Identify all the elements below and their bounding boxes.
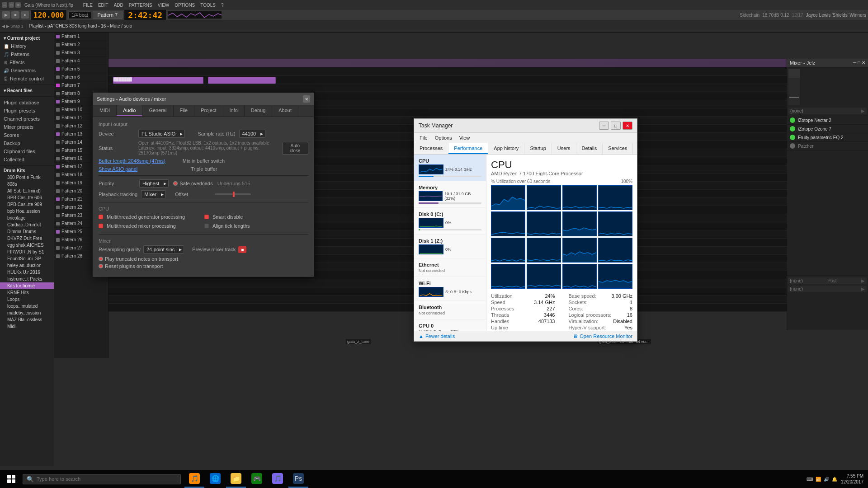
mixer-controls[interactable]: ─ □ ✕ (853, 60, 865, 66)
sample-rate-dropdown[interactable]: 44100 ▶ (239, 130, 266, 138)
drum-kit-madeby[interactable]: madeby..cussion (0, 310, 54, 316)
tm-minimize[interactable]: ─ (599, 122, 609, 130)
settings-close-btn[interactable]: ✕ (303, 95, 310, 103)
minimize-btn[interactable]: ─ (2, 2, 7, 8)
sidebar-scores[interactable]: Scores (0, 131, 54, 139)
tm-maximize[interactable]: □ (611, 122, 621, 130)
open-monitor-btn[interactable]: 🖥 Open Resource Monitor (573, 333, 632, 339)
pattern-item-6[interactable]: Pattern 6 (54, 73, 108, 81)
sidebar-backup[interactable]: Backup (0, 139, 54, 147)
tray-icon-1[interactable]: ⌨ (807, 477, 813, 482)
drum-kit-hulkx[interactable]: HULKx U.r 2016 (0, 269, 54, 276)
mixer-close[interactable]: ✕ (862, 60, 865, 66)
mixer-item-ozone[interactable]: iZotope Ozone 7 (787, 125, 868, 133)
taskbar-app-browser[interactable]: 🌐 (205, 470, 225, 488)
taskbar-search-input[interactable] (37, 476, 177, 482)
sidebar-collected[interactable]: Collected (0, 155, 54, 164)
bpm-display[interactable]: 120.000 (30, 9, 67, 21)
tab-midi[interactable]: MIDI (93, 105, 117, 116)
menu-view[interactable]: VIEW (158, 3, 170, 8)
tm-window-controls[interactable]: ─ □ ✕ (599, 122, 632, 130)
sidebar-effects[interactable]: ⚙ Effects (0, 58, 54, 66)
tm-tab-services[interactable]: Services (603, 143, 633, 154)
menu-help[interactable]: ? (221, 3, 224, 8)
drum-kit-bpbhouse[interactable]: bpb Hou..ussion (0, 208, 54, 215)
tray-icon-3[interactable]: 🔊 (824, 477, 829, 482)
drum-kit-midi[interactable]: Midi (0, 323, 54, 330)
safe-overloads-radio[interactable] (173, 181, 178, 186)
pattern-item-1[interactable]: Pattern 1 (54, 33, 108, 41)
stop-btn[interactable]: ■ (11, 11, 19, 19)
taskbar-search-bar[interactable]: 🔍 (23, 474, 181, 484)
sidebar-remote-control[interactable]: 🎛 Remote control (0, 75, 54, 83)
pattern-item-5[interactable]: Pattern 5 (54, 65, 108, 73)
mixer-item-nectar[interactable]: iZotope Nectar 2 (787, 116, 868, 125)
window-controls[interactable]: ─ □ ✕ (2, 2, 21, 8)
taskbar-app-groove[interactable]: 🎵 (268, 470, 288, 488)
taskbar-app-xbox[interactable]: 🎮 (247, 470, 267, 488)
close-btn[interactable]: ✕ (15, 2, 21, 8)
resampling-dropdown[interactable]: 24-point sinc ▶ (143, 245, 184, 253)
drum-kit-egg[interactable]: egg shak.AICHES (0, 242, 54, 249)
tm-tab-app-history[interactable]: App history (488, 143, 524, 154)
tab-info[interactable]: Info (223, 105, 245, 116)
mixer-item-eq[interactable]: Fruity parametric EQ 2 (787, 133, 868, 142)
drum-kit-firwor[interactable]: FIRWOR..N by S1 (0, 249, 54, 255)
offset-slider[interactable] (215, 193, 251, 195)
sidebar-plugin-db[interactable]: Plugin database (0, 99, 54, 107)
drum-kit-haley[interactable]: haley an..duction (0, 262, 54, 269)
taskbar-app-explorer[interactable]: 📁 (226, 470, 246, 488)
mixer-arrow[interactable]: ▶ (861, 108, 865, 113)
maximize-btn[interactable]: □ (9, 2, 14, 8)
align-tick-check[interactable] (204, 224, 209, 228)
fewer-details-btn[interactable]: ▲ Fewer details (419, 333, 455, 339)
grid-row-2[interactable] (108, 84, 787, 92)
device-dropdown[interactable]: FL Studio ASIO ▶ (138, 130, 185, 138)
tab-general[interactable]: General (142, 105, 173, 116)
tab-audio[interactable]: Audio (117, 105, 142, 116)
play-truncated-radio[interactable] (99, 257, 103, 261)
tm-menu-options[interactable]: Options (431, 134, 456, 142)
mixer-none-1[interactable]: (none) ▶ (787, 106, 868, 116)
drum-kit-maz[interactable]: MAZ Bla..ossless (0, 316, 54, 323)
drum-kit-dimma[interactable]: Dimma Drums (0, 228, 54, 235)
sidebar-mixer-presets[interactable]: Mixer presets (0, 123, 54, 131)
drum-kit-bpb909[interactable]: BPB Cas..tte 909 (0, 201, 54, 208)
taskbar-app-fl[interactable]: 🎵 (184, 470, 204, 488)
record-btn[interactable]: ● (21, 11, 29, 19)
tab-about[interactable]: About (272, 105, 298, 116)
mixer-maximize[interactable]: □ (858, 60, 860, 66)
taskbar-app-ps[interactable]: Ps (288, 470, 308, 488)
sidebar-patterns[interactable]: 🎵 Patterns (0, 50, 54, 58)
grid-row-0[interactable] (108, 68, 787, 76)
tm-res-wifi[interactable]: Wi-Fi S: 0 R: 0 Kbps (414, 277, 486, 301)
drum-kit-bpb606[interactable]: BPB Cas..tte 606 (0, 194, 54, 201)
multithreaded-gen-check[interactable] (99, 215, 103, 219)
tm-res-gpu[interactable]: GPU 0 NVIDIA GeForce GTX (414, 319, 486, 331)
tm-res-memory[interactable]: Memory 10.1 / 31.9 GB (32%) (414, 181, 486, 208)
drum-kit-dkvpz[interactable]: DKVPZ Dr.it Free (0, 235, 54, 242)
tab-debug[interactable]: Debug (245, 105, 272, 116)
tm-tab-performance[interactable]: Performance (448, 143, 488, 154)
multithreaded-mixer-check[interactable] (99, 224, 103, 228)
menu-file[interactable]: FILE (83, 3, 93, 8)
mixer-fader-1[interactable] (788, 69, 800, 105)
tm-tab-processes[interactable]: Processes (414, 143, 448, 154)
tm-close[interactable]: ✕ (623, 122, 632, 130)
drum-kit-allsub[interactable]: All Sub E..lmind) (0, 188, 54, 194)
priority-dropdown[interactable]: Highest ▶ (139, 179, 169, 188)
pattern-item-2[interactable]: Pattern 2 (54, 41, 108, 49)
mixer-none-bottom-1[interactable]: (none) Post ▶ (788, 277, 867, 284)
reset-plugins-radio[interactable] (99, 264, 103, 268)
menu-edit[interactable]: EDIT (98, 3, 108, 8)
tm-res-disk1[interactable]: Disk 1 (Z:) 0% (414, 235, 486, 258)
tm-tab-details[interactable]: Details (576, 143, 603, 154)
tm-tab-users[interactable]: Users (552, 143, 576, 154)
drum-kit-808s[interactable]: 808s (0, 181, 54, 188)
menu-patterns[interactable]: PATTERNS (129, 3, 152, 8)
menu-tools[interactable]: TOOLS (200, 3, 216, 8)
drum-kit-loops-sim[interactable]: loops..imulated (0, 303, 54, 310)
tm-menu-file[interactable]: File (416, 134, 431, 142)
sidebar-channel-presets[interactable]: Channel presets (0, 115, 54, 123)
auto-close-btn[interactable]: Auto close (282, 142, 308, 155)
